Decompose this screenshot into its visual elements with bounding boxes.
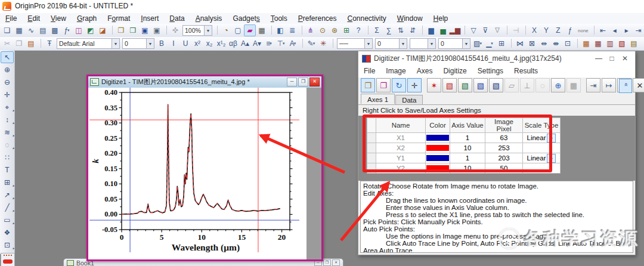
- manual-pick-points[interactable]: ✶: [427, 78, 441, 92]
- add-columns[interactable]: ▥: [604, 38, 616, 50]
- super-subscript[interactable]: x¹₂: [215, 38, 227, 50]
- import-image[interactable]: ❐: [361, 78, 375, 92]
- font-size-select[interactable]: 0▼: [122, 38, 154, 49]
- find-next[interactable]: ⊛: [329, 24, 340, 36]
- line-tool[interactable]: ╱◂: [1, 202, 14, 214]
- new-graph[interactable]: ∿: [25, 24, 37, 36]
- graph-minimize-button[interactable]: ─: [287, 78, 297, 86]
- set-as-label[interactable]: ƒ: [564, 24, 576, 36]
- subscript[interactable]: x₂: [203, 38, 215, 50]
- font-color[interactable]: A▾: [287, 38, 299, 50]
- lock-position[interactable]: ⊡: [562, 38, 574, 50]
- draw-annotation[interactable]: ✎▾: [305, 38, 317, 50]
- table-row[interactable]: Y21050: [367, 163, 561, 174]
- view-mode[interactable]: ▢: [232, 24, 244, 36]
- mask-points-tool[interactable]: ◌◂: [1, 139, 14, 151]
- layer-contents[interactable]: ≣: [286, 24, 298, 36]
- selection-on-plot-tool[interactable]: ≋◂: [1, 126, 14, 138]
- pan-tool[interactable]: ❖: [1, 227, 14, 239]
- chevron-down-icon[interactable]: ▼: [399, 39, 407, 48]
- new-workbook[interactable]: ▦: [13, 24, 25, 36]
- delete-data[interactable]: ✕: [633, 78, 644, 92]
- set-as-x[interactable]: X: [528, 24, 540, 36]
- italic[interactable]: I: [168, 38, 179, 50]
- shape-tool[interactable]: ▭◂: [1, 214, 14, 226]
- new-notes[interactable]: ▤: [37, 24, 49, 36]
- color-cell[interactable]: [426, 153, 450, 163]
- digitizer-menu-digitize[interactable]: Digitize: [438, 66, 472, 76]
- scale-type-cell[interactable]: Linear⌄: [523, 153, 561, 163]
- palette-grip[interactable]: [4, 255, 12, 258]
- menu-edit[interactable]: Edit: [22, 13, 45, 24]
- border-width-select[interactable]: 0▼: [438, 38, 470, 49]
- color-swatch[interactable]: [426, 145, 449, 151]
- chevron-down-icon[interactable]: ▾: [67, 28, 70, 33]
- menu-graph[interactable]: Graph: [72, 13, 102, 24]
- append-worksheet[interactable]: ▦: [580, 38, 592, 50]
- chevron-down-icon[interactable]: ▾: [313, 41, 315, 46]
- digitizer-titlebar[interactable]: Digitizer - TIM图片20190804155416_meitu_4.…: [358, 51, 635, 66]
- flyout-arrow-icon[interactable]: ◂: [11, 209, 15, 213]
- scale-type-cell[interactable]: [523, 143, 561, 153]
- menu-file[interactable]: File: [0, 13, 22, 24]
- menu-connectivity[interactable]: Connectivity: [342, 13, 391, 24]
- line-auto-trace[interactable]: ▧: [473, 78, 488, 92]
- align-top[interactable]: ⊤▾: [275, 38, 287, 50]
- align-left[interactable]: ≡▾: [263, 38, 275, 50]
- col-spacing[interactable]: ⇼: [550, 38, 562, 50]
- chevron-down-icon[interactable]: ▼: [146, 39, 154, 48]
- move-worksheet[interactable]: ▤: [628, 38, 640, 50]
- color-cell[interactable]: [426, 143, 450, 153]
- tab-axes-1[interactable]: Axes 1: [361, 94, 395, 104]
- set-column-values[interactable]: ⇵: [407, 24, 419, 36]
- color-swatch[interactable]: [426, 165, 449, 171]
- auto-trace-line-by-point[interactable]: ▧: [442, 78, 457, 92]
- axis-value-cell[interactable]: 1: [450, 133, 485, 143]
- fill-pattern[interactable]: ▨▾: [472, 38, 484, 50]
- auto-pick-by-grids[interactable]: ▧: [458, 78, 472, 92]
- rotate-image[interactable]: ↻: [392, 78, 406, 92]
- zoom-in-tool[interactable]: ⊕: [1, 64, 14, 76]
- row-stats[interactable]: ∑: [383, 24, 395, 36]
- decrease-font[interactable]: A▾: [251, 38, 263, 50]
- digitize-graph-window[interactable]: Digitize1 - TIM图片20190804155416_meitu_4.…: [86, 75, 323, 261]
- increase-font[interactable]: A▴: [239, 38, 251, 50]
- pointer-tool[interactable]: ↖: [1, 51, 14, 63]
- axis-value-cell[interactable]: 10: [450, 163, 485, 174]
- paste[interactable]: ▤: [25, 38, 37, 50]
- menu-help[interactable]: Help: [428, 13, 454, 24]
- new-function-plot[interactable]: ƒ▾: [61, 24, 73, 36]
- open-image[interactable]: ❐: [376, 78, 391, 92]
- area-auto-trace[interactable]: ▧: [489, 78, 503, 92]
- font-tool[interactable]: Ŧ: [44, 38, 55, 50]
- font-select[interactable]: Default: Arial▼: [57, 38, 120, 49]
- arrow-tool[interactable]: ↗◂: [1, 189, 14, 201]
- fill-color-select[interactable]: ▼: [410, 38, 436, 49]
- digitizer-menu-image[interactable]: Image: [380, 66, 411, 76]
- set-as-y[interactable]: Y: [540, 24, 552, 36]
- tab-data[interactable]: Data: [395, 95, 423, 104]
- menu-gadgets[interactable]: Gadgets: [227, 13, 265, 24]
- color-swatch[interactable]: [426, 155, 449, 161]
- menu-format[interactable]: Format: [102, 13, 135, 24]
- plot-bars[interactable]: ▅: [437, 24, 449, 36]
- save-project[interactable]: ▣: [139, 24, 151, 36]
- book1-restore-button[interactable]: ❐: [323, 259, 331, 266]
- color-swatch[interactable]: [426, 135, 449, 141]
- flyout-arrow-icon[interactable]: ◂: [11, 146, 15, 150]
- graph-window-titlebar[interactable]: Digitize1 - TIM图片20190804155416_meitu_4.…: [88, 76, 321, 88]
- greek-symbols[interactable]: αβ: [227, 38, 239, 50]
- menu-tools[interactable]: Tools: [265, 13, 293, 24]
- go-to-data[interactable]: ⊕: [551, 78, 565, 92]
- chevron-down-icon[interactable]: ▼: [112, 39, 119, 48]
- digitizer-close-button[interactable]: ✕: [618, 52, 631, 64]
- set-as-z[interactable]: Z: [552, 24, 564, 36]
- insert-object-tool[interactable]: ⊞◂: [1, 177, 14, 188]
- digitizer-menu-settings[interactable]: Settings: [472, 66, 509, 76]
- chevron-down-icon[interactable]: ▼: [428, 39, 435, 48]
- red-color-swatch[interactable]: [3, 259, 13, 264]
- digitizer-minimize-button[interactable]: —: [592, 52, 605, 64]
- flyout-arrow-icon[interactable]: ◂: [11, 109, 15, 113]
- row-selector[interactable]: [367, 153, 376, 163]
- flyout-arrow-icon[interactable]: ◂: [11, 134, 15, 138]
